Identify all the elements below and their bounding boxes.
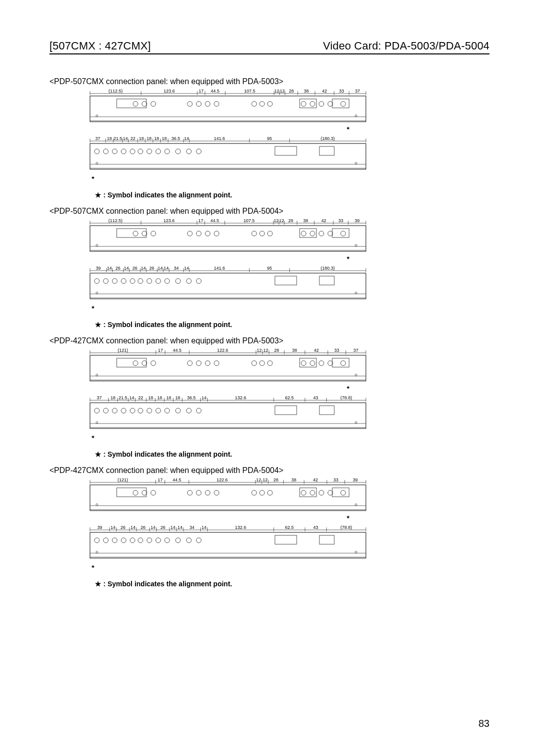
svg-point-139 <box>301 231 306 236</box>
svg-point-184 <box>103 279 108 284</box>
svg-text:95: 95 <box>267 266 272 271</box>
alignment-note: ★ : Symbol indicates the alignment point… <box>95 450 490 458</box>
svg-text:★: ★ <box>346 385 350 390</box>
svg-point-197 <box>96 292 98 294</box>
svg-point-36 <box>252 101 257 106</box>
svg-text:17: 17 <box>199 89 204 94</box>
svg-point-94 <box>196 149 201 154</box>
svg-rect-145 <box>300 229 316 237</box>
svg-point-290 <box>156 408 161 413</box>
svg-point-131 <box>151 231 156 236</box>
svg-text:26: 26 <box>121 525 126 530</box>
svg-point-386 <box>121 538 126 543</box>
svg-text:122.6: 122.6 <box>217 348 228 353</box>
svg-text:39: 39 <box>97 525 102 530</box>
svg-point-387 <box>130 538 135 543</box>
svg-text:14: 14 <box>150 525 155 530</box>
panel-diagram: (121)1744.5122.612122838423337★371821.51… <box>87 348 490 447</box>
svg-text:44.5: 44.5 <box>210 219 219 223</box>
svg-point-284 <box>103 408 108 413</box>
svg-point-285 <box>112 408 117 413</box>
svg-point-40 <box>310 101 315 106</box>
svg-text:132.6: 132.6 <box>235 525 246 530</box>
svg-text:42: 42 <box>321 219 326 223</box>
svg-text:37: 37 <box>355 89 360 94</box>
svg-text:141.6: 141.6 <box>214 266 225 271</box>
svg-text:33: 33 <box>338 219 343 223</box>
svg-point-29 <box>133 101 138 106</box>
svg-point-339 <box>319 490 324 495</box>
svg-text:14: 14 <box>124 266 129 271</box>
svg-point-193 <box>186 279 191 284</box>
svg-rect-195 <box>275 276 297 285</box>
svg-text:33: 33 <box>334 348 339 353</box>
svg-text:12: 12 <box>274 89 279 94</box>
svg-text:14: 14 <box>158 266 163 271</box>
svg-point-228 <box>142 361 147 366</box>
svg-point-90 <box>156 149 161 154</box>
svg-point-42 <box>328 101 333 106</box>
star-icon: ★ <box>95 191 103 199</box>
svg-text:132.6: 132.6 <box>235 395 246 400</box>
section-title: <PDP-427CMX connection panel: when equip… <box>49 466 490 475</box>
svg-point-85 <box>112 149 117 154</box>
svg-point-33 <box>196 101 201 106</box>
svg-text:36.5: 36.5 <box>172 136 180 141</box>
svg-text:21.5: 21.5 <box>119 395 128 400</box>
svg-text:44.5: 44.5 <box>173 348 182 353</box>
svg-point-137 <box>260 231 265 236</box>
svg-point-329 <box>151 490 156 495</box>
svg-point-335 <box>260 490 265 495</box>
svg-text:107.5: 107.5 <box>244 219 255 223</box>
svg-text:62.5: 62.5 <box>285 395 294 400</box>
svg-point-288 <box>138 408 143 413</box>
svg-text:★: ★ <box>91 434 95 439</box>
header-right: Video Card: PDA-5003/PDA-5004 <box>323 40 490 52</box>
svg-rect-180 <box>90 273 366 299</box>
svg-point-297 <box>96 422 98 424</box>
svg-text:43: 43 <box>313 525 318 530</box>
page-number: 83 <box>479 718 490 729</box>
svg-text:28: 28 <box>273 478 278 482</box>
svg-point-89 <box>147 149 152 154</box>
svg-point-35 <box>214 101 219 106</box>
svg-point-136 <box>252 231 257 236</box>
svg-text:44.5: 44.5 <box>173 478 181 482</box>
svg-text:18: 18 <box>175 395 180 400</box>
svg-text:26: 26 <box>149 266 154 271</box>
svg-rect-295 <box>275 406 297 415</box>
svg-point-38 <box>267 101 272 106</box>
svg-point-240 <box>328 361 333 366</box>
svg-point-141 <box>319 231 324 236</box>
svg-text:107.5: 107.5 <box>244 89 256 94</box>
svg-text:33: 33 <box>333 478 338 482</box>
svg-text:(78.8): (78.8) <box>340 395 352 400</box>
svg-text:38: 38 <box>303 219 308 223</box>
svg-point-97 <box>96 162 98 164</box>
alignment-note: ★ : Symbol indicates the alignment point… <box>95 580 490 588</box>
svg-point-337 <box>301 490 306 495</box>
svg-text:18: 18 <box>111 395 116 400</box>
svg-point-134 <box>205 231 210 236</box>
svg-text:42: 42 <box>314 348 319 353</box>
svg-point-132 <box>187 231 192 236</box>
svg-text:95: 95 <box>267 136 272 141</box>
svg-text:122.6: 122.6 <box>217 478 228 482</box>
svg-point-189 <box>147 279 152 284</box>
svg-text:26: 26 <box>161 525 166 530</box>
svg-text:18: 18 <box>157 395 162 400</box>
svg-point-327 <box>133 490 138 495</box>
svg-rect-343 <box>300 488 316 497</box>
svg-text:12: 12 <box>280 89 285 94</box>
svg-text:37: 37 <box>95 136 100 141</box>
svg-text:26: 26 <box>115 266 120 271</box>
svg-text:37: 37 <box>354 348 358 353</box>
svg-point-183 <box>94 279 99 284</box>
svg-point-88 <box>138 149 143 154</box>
svg-text:17: 17 <box>158 478 163 482</box>
svg-point-130 <box>142 231 147 236</box>
svg-point-328 <box>142 490 147 495</box>
svg-point-331 <box>196 490 201 495</box>
svg-text:37: 37 <box>97 395 102 400</box>
svg-point-142 <box>328 231 333 236</box>
